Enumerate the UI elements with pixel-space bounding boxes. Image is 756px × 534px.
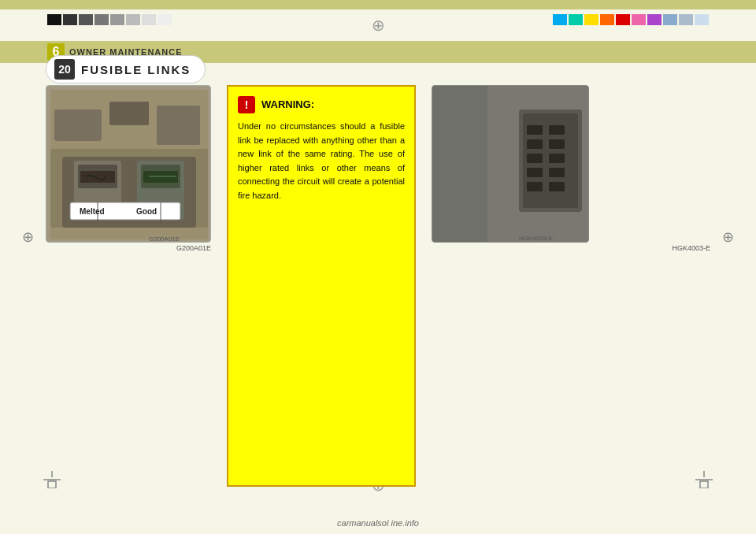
warning-icon: ! (238, 96, 255, 113)
watermark-text: carmanualsol ine.info (337, 518, 419, 528)
warning-title: WARNING: (261, 97, 314, 113)
watermark: carmanualsol ine.info (0, 518, 756, 528)
color-swatches (553, 14, 709, 25)
svg-rect-28 (527, 125, 543, 135)
left-reg-mark: ⊕ (22, 228, 34, 246)
svg-rect-4 (157, 106, 200, 145)
svg-text:Melted: Melted (80, 207, 105, 216)
svg-rect-3 (109, 102, 149, 125)
top-color-bar (0, 0, 756, 9)
svg-rect-32 (527, 154, 543, 163)
svg-rect-9 (80, 171, 115, 183)
page-number: 20 (54, 59, 75, 80)
svg-rect-35 (549, 168, 565, 177)
svg-rect-41 (48, 481, 56, 488)
svg-rect-31 (549, 139, 565, 149)
svg-text:HGK4003-E: HGK4003-E (519, 235, 553, 242)
page-badge: 20 FUSIBLE LINKS (46, 55, 206, 83)
svg-rect-44 (700, 481, 708, 488)
warning-header: ! WARNING: (238, 96, 405, 113)
svg-rect-30 (527, 139, 543, 149)
svg-rect-36 (527, 182, 543, 191)
right-reg-mark: ⊕ (722, 228, 734, 246)
top-crosshair: ⊕ (372, 16, 385, 35)
diagram-box-left: Melted Good G200A01E (46, 85, 211, 243)
diagram-box-right: HGK4003-E (432, 85, 589, 243)
bottom-right-reg (695, 471, 713, 491)
svg-text:Good: Good (136, 207, 157, 216)
svg-rect-33 (549, 154, 565, 163)
right-diagram: HGK4003-E HGK4003-E (432, 85, 710, 487)
diagram-left-code: G200A01E (46, 244, 211, 252)
diagram-right-code: HGK4003-E (432, 244, 710, 252)
svg-text:G200A01E: G200A01E (149, 235, 180, 243)
svg-rect-24 (432, 86, 487, 243)
main-content: Melted Good G200A01E G200A01E ! WARNING:… (46, 85, 710, 487)
svg-rect-2 (54, 109, 102, 141)
svg-rect-34 (527, 168, 543, 177)
svg-rect-29 (549, 125, 565, 135)
left-diagram: Melted Good G200A01E G200A01E (46, 85, 211, 487)
grayscale-swatches (47, 14, 172, 25)
warning-box: ! WARNING: Under no circumstances should… (227, 85, 416, 487)
warning-text: Under no circumstances should a fusible … (238, 120, 405, 203)
section-title: FUSIBLE LINKS (81, 63, 191, 76)
bottom-left-reg (43, 471, 61, 491)
svg-rect-37 (549, 182, 565, 191)
